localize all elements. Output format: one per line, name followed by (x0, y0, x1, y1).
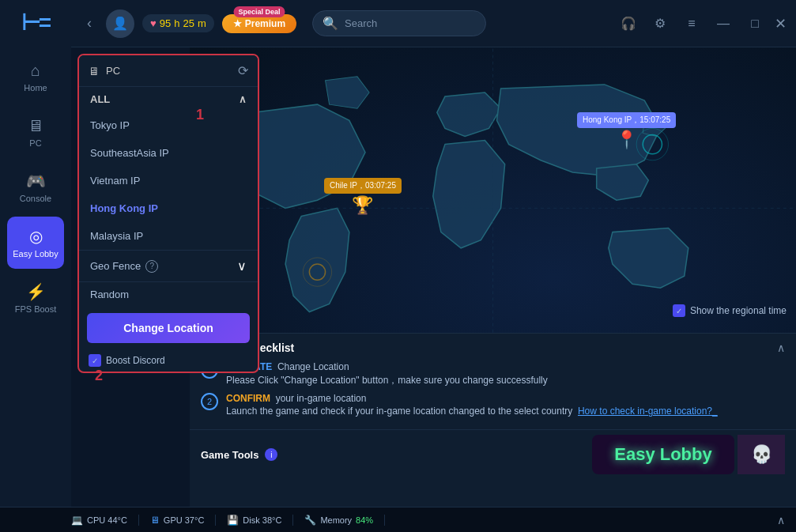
topbar-right: 🎧 ⚙ ≡ — □ ✕ (617, 12, 787, 36)
maximize-button[interactable]: □ (743, 12, 767, 36)
menu-button[interactable]: ≡ (680, 12, 704, 36)
skull-icon: 💀 (751, 444, 772, 465)
mission-item-1: 1 ACTIVATE Change Location Please Click … (201, 360, 785, 387)
change-location-button[interactable]: Change Location (87, 313, 250, 343)
random-item[interactable]: Random (79, 281, 258, 307)
list-item[interactable]: SoutheastAsia IP (79, 139, 258, 167)
game-tools-info-icon[interactable]: i (265, 448, 277, 461)
topbar: ‹ 👤 ♥ 95 h 25 m Special Deal ★ Premium 🔍… (71, 0, 796, 47)
panel-pc-label: PC (106, 65, 120, 77)
mission-num-2: 2 (201, 393, 218, 410)
regional-time-control[interactable]: ✓ Show the regional time (673, 304, 787, 317)
memory-icon: 🔧 (304, 515, 316, 526)
memory-label: Memory (320, 515, 352, 525)
xp-display: ♥ 95 h 25 m (142, 14, 214, 32)
minimize-button[interactable]: — (711, 12, 735, 36)
panel-header-left: 🖥 PC (89, 65, 120, 77)
list-item[interactable]: Tokyo IP (79, 111, 258, 139)
all-locations-toggle[interactable]: ALL ∧ (79, 87, 258, 111)
sidebar-item-pc[interactable]: 🖥 PC (7, 106, 64, 158)
geo-fence-section[interactable]: Geo Fence ? ∨ (79, 250, 258, 281)
mission-checklist: Mission Checklist ∧ 1 ACTIVATE Change Lo… (190, 334, 796, 430)
gpu-icon: 🖥 (150, 515, 160, 526)
regional-time-checkbox[interactable]: ✓ (673, 304, 685, 317)
game-tools-title: Game Tools (201, 449, 258, 461)
search-bar[interactable]: 🔍 (312, 10, 486, 36)
premium-star-icon: ★ (233, 18, 242, 29)
back-button[interactable]: ‹ (81, 12, 98, 35)
mission-desc-1: Please Click "Change Location" button，ma… (226, 375, 548, 386)
regional-time-label: Show the regional time (690, 305, 787, 316)
chevron-up-icon: ∧ (239, 93, 247, 105)
easy-lobby-card[interactable]: Easy Lobby (592, 435, 734, 474)
sidebar-item-label: FPS Boost (15, 304, 57, 314)
mission-action-1: Change Location (277, 361, 349, 372)
home-icon: ⌂ (31, 62, 40, 80)
console-icon: 🎮 (26, 172, 46, 191)
fps-boost-icon: ⚡ (26, 282, 46, 301)
sys-expand-button[interactable]: ∧ (766, 514, 796, 526)
chile-pin-label: Chile IP，03:07:25 (324, 178, 402, 194)
game-tools-thumbnail: 💀 (738, 435, 785, 474)
mission-collapse-button[interactable]: ∧ (777, 341, 785, 354)
location-list: ALL ∧ Tokyo IP SoutheastAsia IP Vietnam … (79, 87, 258, 307)
bottom-info-area: Mission Checklist ∧ 1 ACTIVATE Change Lo… (190, 333, 796, 507)
sidebar-item-label: Easy Lobby (13, 249, 58, 258)
cpu-icon: 💻 (71, 515, 83, 526)
pc-monitor-icon: 🖥 (89, 65, 100, 77)
search-input[interactable] (345, 17, 477, 29)
refresh-button[interactable]: ⟳ (238, 63, 248, 78)
headset-button[interactable]: 🎧 (617, 12, 640, 36)
map-pin-chile[interactable]: Chile IP，03:07:25 🏆 (324, 178, 402, 216)
location-marker-icon: 📍 (616, 130, 637, 150)
sidebar-item-console[interactable]: 🎮 Console (7, 161, 64, 213)
disk-icon: 💾 (227, 515, 239, 526)
easy-lobby-icon: ◎ (29, 227, 43, 246)
boost-discord-label: Boost Discord (106, 355, 165, 366)
list-item-hong-kong[interactable]: Hong Kong IP (79, 194, 258, 222)
sidebar-logo: ⊢= (17, 8, 55, 36)
sidebar: ⊢= ⌂ Home 🖥 PC 🎮 Console ◎ Easy Lobby ⚡ … (0, 0, 71, 532)
mission-header: Mission Checklist ∧ (201, 341, 785, 354)
xp-heart-icon: ♥ (150, 17, 157, 29)
boost-discord-row: ✓ Boost Discord (79, 349, 258, 372)
disk-status: 💾 Disk 38°C (216, 515, 293, 526)
gpu-label: GPU 37°C (164, 515, 204, 525)
boost-discord-checkbox[interactable]: ✓ (89, 354, 101, 367)
sidebar-item-fps-boost[interactable]: ⚡ FPS Boost (7, 272, 64, 324)
sidebar-item-home[interactable]: ⌂ Home (7, 51, 64, 103)
xp-value: 95 (160, 17, 171, 29)
panel-header: 🖥 PC ⟳ (79, 55, 258, 87)
close-button[interactable]: ✕ (775, 15, 787, 32)
sidebar-item-label: Console (20, 194, 51, 203)
chevron-down-icon: ∨ (237, 258, 247, 274)
cpu-label: CPU 44°C (87, 515, 127, 525)
trophy-icon: 🏆 (352, 195, 373, 216)
xp-unit: h (174, 17, 179, 29)
mission-desc-2: Launch the game and check if your in-gam… (226, 406, 572, 417)
settings-button[interactable]: ⚙ (648, 12, 672, 36)
world-map-svg (190, 47, 796, 369)
cpu-status: 💻 CPU 44°C (0, 515, 139, 526)
map-pin-hong-kong[interactable]: Hong Kong IP，15:07:25 📍 (577, 112, 676, 150)
special-deal-badge: Special Deal (233, 6, 285, 17)
geo-fence-label: Geo Fence ? (90, 260, 158, 273)
mission-link[interactable]: How to check in-game location?_ (578, 406, 718, 417)
location-panel: 🖥 PC ⟳ ALL ∧ Tokyo IP SoutheastAsia IP V… (77, 54, 259, 373)
mission-action-2: your in-game location (276, 393, 367, 404)
mission-item-2: 2 CONFIRM your in-game location Launch t… (201, 392, 785, 419)
sidebar-item-label: Home (24, 83, 47, 92)
easy-lobby-card-text: Easy Lobby (614, 444, 711, 465)
system-bar: 💻 CPU 44°C 🖥 GPU 37°C 💾 Disk 38°C 🔧 Memo… (0, 507, 796, 532)
sidebar-item-easy-lobby[interactable]: ◎ Easy Lobby (7, 217, 64, 269)
premium-button[interactable]: Special Deal ★ Premium (222, 14, 296, 33)
geo-fence-help-icon: ? (145, 260, 158, 273)
map-area: Chile IP，03:07:25 🏆 Hong Kong IP，15:07:2… (190, 47, 796, 507)
game-tools-section: Game Tools i Easy Lobby 💀 (190, 430, 796, 479)
sidebar-item-label: PC (29, 138, 41, 148)
list-item[interactable]: Vietnam IP (79, 167, 258, 194)
disk-label: Disk 38°C (243, 515, 281, 525)
mission-keyword-confirm: CONFIRM (226, 393, 270, 404)
gpu-status: 🖥 GPU 37°C (139, 515, 216, 526)
list-item[interactable]: Malaysia IP (79, 222, 258, 250)
